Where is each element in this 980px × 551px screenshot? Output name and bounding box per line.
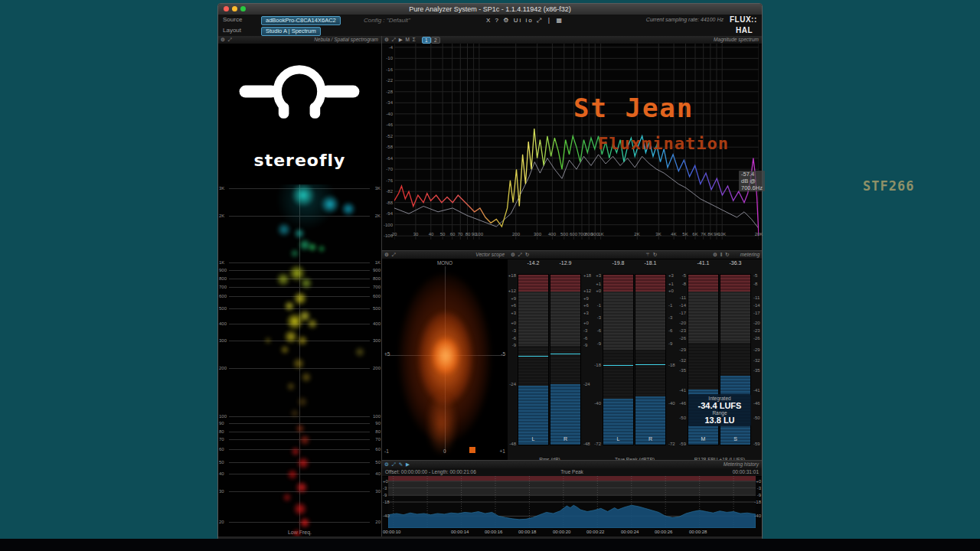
history-time-label: 00:00:22 <box>586 530 604 534</box>
r128-range-label: Range <box>688 410 751 416</box>
meter-scale-tick: -23 <box>679 328 686 333</box>
toolbar-icon-strip[interactable]: X ? ⚙ Ui io ⤢ ❘ ▦ <box>486 17 564 24</box>
nebula-freq-tick-right: 800 <box>373 276 381 281</box>
title-bar[interactable]: Pure Analyzer System - SP1c - 1.1.4.1194… <box>218 4 762 15</box>
meter-scale-tick: -11 <box>753 295 760 300</box>
meter-groups: +18+12+9+6+3+0-3-6-9-24-48+18+12+9+6+3+0… <box>508 251 762 461</box>
nebula-energy-blob <box>279 344 290 355</box>
spectrum-db-tick: -22 <box>382 78 393 83</box>
nebula-energy-blob <box>295 423 305 434</box>
nebula-freq-tick-right: 700 <box>373 285 381 289</box>
meter-scale-left: -5-8-11-14-17-20-23-26-29-32-35-41-46-50… <box>678 274 687 445</box>
source-device-button[interactable]: adBookPro-C8CA14X6AC2 <box>261 16 341 25</box>
meter-scale-tick: -48 <box>583 442 590 446</box>
nebula-freq-tick-right: 20 <box>375 520 381 524</box>
spectrum-cursor-readout: -57.4 dB @ 700.6Hz <box>739 171 765 191</box>
meter-scale-tick: +1 <box>668 282 674 286</box>
nebula-freq-tick-left: 500 <box>219 306 227 311</box>
nebula-freq-tick-right: 600 <box>373 294 381 298</box>
meter-zone-red <box>518 275 548 292</box>
history-db-tick-left: -9 <box>383 493 387 497</box>
history-chart[interactable] <box>388 476 756 528</box>
history-end-time: 00:00:31:01 <box>733 469 759 474</box>
meter-scale-tick: -6 <box>583 336 587 341</box>
spectrum-db-tick: -52 <box>382 134 393 139</box>
nebula-energy-blob <box>292 501 308 517</box>
nebula-settings-icon[interactable]: ⚙ ⤢ <box>220 37 233 43</box>
stereofly-logo-icon <box>238 50 361 149</box>
nebula-freq-tick-left: 20 <box>219 520 224 524</box>
spectrum-db-tick: -64 <box>382 156 393 161</box>
meter-channel-label: S <box>720 436 750 442</box>
meter-scale-tick: +3 <box>668 273 674 278</box>
window-title: Pure Analyzer System - SP1c - 1.1.4.1194… <box>218 5 762 13</box>
nebula-energy-blob <box>282 492 292 503</box>
history-time-label: 00:00:28 <box>689 530 707 534</box>
spectrum-toolbar-icons[interactable]: ⚙ ⤢ ▶ M Σ <box>384 37 416 43</box>
nebula-gridline <box>229 287 370 288</box>
history-toolbar-icons[interactable]: ⚙ ⤢ ✎ ▶ <box>384 461 410 468</box>
nebula-freq-tick-right: 1K <box>375 260 381 265</box>
nebula-freq-tick-left: 900 <box>219 268 227 272</box>
nebula-energy-blob <box>296 334 309 347</box>
nebula-gridline <box>229 474 370 474</box>
meter-bar-R[interactable]: R <box>550 274 581 445</box>
nebula-energy-blob <box>276 222 292 237</box>
meter-channel-label: M <box>688 436 718 442</box>
r128-range-value: 13.8 LU <box>688 416 751 425</box>
meter-scale-tick: +1 <box>596 282 601 286</box>
nebula-freq-tick-left: 200 <box>219 366 227 370</box>
meter-scale-tick: -41 <box>753 388 760 393</box>
meter-bar-L[interactable]: L <box>518 274 549 445</box>
meter-zone-red <box>720 275 750 292</box>
nebula-spectrogram[interactable]: Low Freq. 3K3K2K2K1K1K900900800800700700… <box>218 184 381 536</box>
sampling-rate-text: Current sampling rate: 44100 Hz <box>578 17 724 22</box>
nebula-freq-tick-right: 900 <box>373 268 381 272</box>
spectrum-db-tick: -94 <box>382 211 393 216</box>
meter-scale-tick: -48 <box>509 442 516 446</box>
window-resize-strip[interactable] <box>218 536 762 539</box>
vectorscope-panel: ⚙ ⤢ Vector scope MONO +5 -5 -1 0 +1 <box>382 250 508 461</box>
vectorscope-marker[interactable] <box>469 447 475 453</box>
meter-scale-tick: -17 <box>753 311 760 315</box>
meter-scale-tick: -32 <box>753 358 760 363</box>
meter-scale-tick: -72 <box>668 442 675 446</box>
nebula-freq-tick-left: 700 <box>219 285 227 289</box>
meter-bar-R[interactable]: R <box>635 274 666 445</box>
spectrum-db-tick: -34 <box>382 100 393 105</box>
meter-scale-tick: -35 <box>753 368 760 373</box>
spectrum-db-tick: -28 <box>382 90 393 94</box>
meter-scale-tick: +6 <box>511 303 516 308</box>
meter-scale-tick: -9 <box>583 343 587 347</box>
spectrum-db-tick: -82 <box>382 189 393 194</box>
meter-scale-tick: +3 <box>511 311 516 315</box>
nebula-freq-tick-right: 50 <box>375 460 381 465</box>
meter-scale-tick: -5 <box>682 273 686 278</box>
history-time-label: 00:00:20 <box>553 530 570 534</box>
layout-preset-button[interactable]: Studio A | Spectrum <box>261 27 321 36</box>
spectrum-view2-button[interactable]: 2 <box>431 37 440 44</box>
meter-scale-right: +18+12+9+6+3+0-3-6-9-24-48 <box>583 274 592 445</box>
meter-bar-L[interactable]: L <box>603 274 634 445</box>
meter-zone-red <box>550 275 580 292</box>
nebula-energy-blob <box>299 276 313 290</box>
meter-scale-tick: +12 <box>583 289 591 293</box>
meter-zone-red <box>688 275 718 292</box>
nebula-freq-tick-right: 400 <box>373 321 381 326</box>
nebula-freq-tick-left: 90 <box>219 421 224 425</box>
history-panel-title: Metering history <box>724 461 759 467</box>
spectrum-view1-button[interactable]: 1 <box>422 37 431 44</box>
meter-scale-tick: -59 <box>753 442 760 446</box>
vectorscope-panel-title: Vector scope <box>475 252 505 257</box>
nebula-energy-blob <box>292 528 302 536</box>
meter-peak-value: -19.8 <box>603 260 634 266</box>
vectorscope-display[interactable]: MONO +5 -5 -1 0 +1 <box>382 259 508 461</box>
letterbox-bar <box>0 539 980 551</box>
vectorscope-mode-label: MONO <box>382 260 508 266</box>
vectorscope-settings-icon[interactable]: ⚙ ⤢ <box>384 252 397 258</box>
nebula-freq-tick-right: 300 <box>373 338 381 343</box>
stereofly-logo: stereofly <box>218 44 381 184</box>
r128-overlay: Integrated-34.4 LUFSRange13.8 LU <box>688 394 751 426</box>
spectrum-db-tick: -88 <box>382 201 393 205</box>
meter-scale-tick: -40 <box>668 401 675 406</box>
